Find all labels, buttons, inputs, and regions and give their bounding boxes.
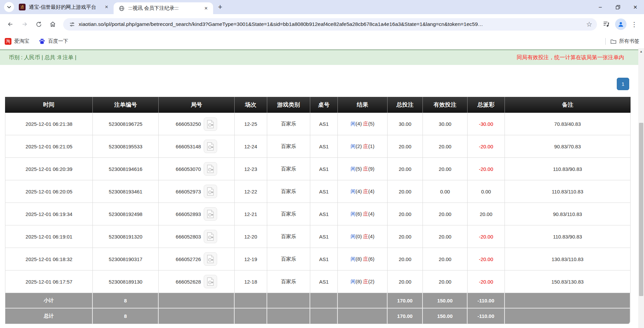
cell-remark: 130.83/110.83 xyxy=(505,248,631,270)
cell-result: 闲(0) 庄(4) xyxy=(338,225,388,248)
minimize-button[interactable]: – xyxy=(592,0,609,14)
player-score: (0) xyxy=(356,233,362,239)
scrollbar-thumb[interactable] xyxy=(639,123,643,296)
round-id: 666053250 xyxy=(176,121,201,127)
cell-valid-bet: 0.00 xyxy=(423,180,468,203)
tab-close-icon[interactable]: × xyxy=(202,5,210,12)
cell-total-bet[interactable]: 20.00 xyxy=(388,203,423,225)
restore-button[interactable] xyxy=(609,0,627,14)
tab-bet-record[interactable]: :::视讯 会员下注纪录::: × xyxy=(114,2,213,14)
cell-time: 2025-12-01 06:17:57 xyxy=(5,270,93,293)
col-table-no: 桌号 xyxy=(310,97,338,113)
player-label: 闲 xyxy=(351,121,356,126)
media-controls-icon[interactable] xyxy=(600,18,612,30)
home-button[interactable] xyxy=(46,18,59,31)
tab-close-icon[interactable]: × xyxy=(103,3,110,11)
video-replay-button[interactable] xyxy=(204,140,217,153)
cell-total-bet[interactable]: 20.00 xyxy=(388,248,423,270)
cell-result: 闲(2) 庄(1) xyxy=(338,135,388,158)
round-id: 666052893 xyxy=(176,211,201,217)
close-window-button[interactable]: × xyxy=(627,0,644,14)
url-bar[interactable]: xiaotian.so/ipl/portal.php/game/betrecor… xyxy=(63,18,597,31)
player-score: (8) xyxy=(356,279,362,284)
cell-total-bet[interactable]: 30.00 xyxy=(388,113,423,135)
cell-valid-bet: 30.00 xyxy=(423,113,468,135)
video-file-icon xyxy=(207,120,214,129)
bookmark-baidu[interactable]: 百度一下 xyxy=(39,38,68,45)
col-result: 结果 xyxy=(338,97,388,113)
round-id: 666052973 xyxy=(176,189,201,194)
subtotal-count: 8 xyxy=(93,293,158,308)
cell-bet-id: 523008189130 xyxy=(93,270,158,293)
forward-icon xyxy=(21,21,28,28)
player-score: (4) xyxy=(356,121,362,126)
cell-game-type: 百家乐 xyxy=(267,180,310,203)
total-count: 8 xyxy=(93,308,158,324)
browser-toolbar: xiaotian.so/ipl/portal.php/game/betrecor… xyxy=(0,14,644,34)
cell-bet-id: 523008195533 xyxy=(93,135,158,158)
page-scrollbar[interactable]: ▲ xyxy=(638,48,644,328)
cell-total-bet[interactable]: 20.00 xyxy=(388,225,423,248)
video-replay-button[interactable] xyxy=(204,275,217,288)
site-settings-icon[interactable] xyxy=(67,20,77,29)
video-replay-button[interactable] xyxy=(204,207,217,221)
round-id: 666053070 xyxy=(176,166,201,172)
total-total-bet: 170.00 xyxy=(388,308,423,324)
tab-tongbao[interactable]: 通 通宝-信誉最好的网上游戏平台 × xyxy=(14,0,114,14)
col-session: 场次 xyxy=(235,97,267,113)
cell-result: 闲(4) 庄(5) xyxy=(338,113,388,135)
globe-icon xyxy=(118,5,125,12)
video-replay-button[interactable] xyxy=(204,162,217,176)
bookmark-aitaobao[interactable]: 淘 爱淘宝 xyxy=(5,38,29,45)
video-replay-button[interactable] xyxy=(204,117,217,131)
bookmark-label: 百度一下 xyxy=(48,38,68,44)
player-score: (8) xyxy=(356,256,362,262)
col-valid-bet: 有效投注 xyxy=(423,97,468,113)
player-label: 闲 xyxy=(351,143,356,149)
browser-menu-icon[interactable]: ⋮ xyxy=(629,19,639,29)
cell-total-bet[interactable]: 20.00 xyxy=(388,270,423,293)
cell-table-no: AS1 xyxy=(310,203,338,225)
bookmark-star-icon[interactable]: ☆ xyxy=(584,19,594,29)
table-row: 2025-12-01 06:21:38 523008196725 6660532… xyxy=(5,113,631,135)
table-row: 2025-12-01 06:20:39 523008194616 6660530… xyxy=(5,158,631,180)
banker-label: 庄 xyxy=(363,256,368,262)
cell-round: 666052628 xyxy=(159,270,235,293)
home-icon xyxy=(49,21,56,28)
reload-button[interactable] xyxy=(32,18,45,31)
video-replay-button[interactable] xyxy=(204,185,217,198)
col-time: 时间 xyxy=(5,97,93,113)
page-1-button[interactable]: 1 xyxy=(617,78,629,90)
cell-round: 666052726 xyxy=(159,248,235,270)
video-replay-button[interactable] xyxy=(204,230,217,243)
tab-search-button[interactable] xyxy=(4,2,14,12)
cell-payout: -20.00 xyxy=(468,158,505,180)
cell-valid-bet: 20.00 xyxy=(423,158,468,180)
forward-button[interactable] xyxy=(18,18,31,31)
tongbao-favicon-icon: 通 xyxy=(19,4,26,10)
cell-total-bet[interactable]: 20.00 xyxy=(388,135,423,158)
total-row: 总计 8 170.00 150.00 -110.00 xyxy=(5,308,631,324)
back-button[interactable] xyxy=(4,18,17,31)
all-bookmarks[interactable]: 所有书签 xyxy=(605,38,639,45)
banker-label: 庄 xyxy=(363,279,368,284)
chevron-down-icon xyxy=(7,6,11,8)
table-row: 2025-12-01 06:17:57 523008189130 6660526… xyxy=(5,270,631,293)
subtotal-valid-bet: 150.00 xyxy=(423,293,468,308)
cell-remark: 110.83/90.83 xyxy=(505,158,631,180)
folder-icon xyxy=(610,39,616,44)
subtotal-label: 小计 xyxy=(5,293,93,308)
profile-avatar-icon[interactable] xyxy=(615,19,627,30)
cell-valid-bet: 20.00 xyxy=(423,248,468,270)
cell-round: 666053148 xyxy=(159,135,235,158)
new-tab-button[interactable]: + xyxy=(215,2,225,12)
cell-time: 2025-12-01 06:19:34 xyxy=(5,203,93,225)
banker-label: 庄 xyxy=(363,188,368,194)
scroll-up-icon[interactable]: ▲ xyxy=(638,48,644,55)
cell-total-bet[interactable]: 20.00 xyxy=(388,158,423,180)
cell-total-bet[interactable]: 20.00 xyxy=(388,180,423,203)
cell-payout: -20.00 xyxy=(468,270,505,293)
video-replay-button[interactable] xyxy=(204,252,217,266)
url-text[interactable]: xiaotian.so/ipl/portal.php/game/betrecor… xyxy=(79,21,584,27)
cell-round: 666052893 xyxy=(159,203,235,225)
